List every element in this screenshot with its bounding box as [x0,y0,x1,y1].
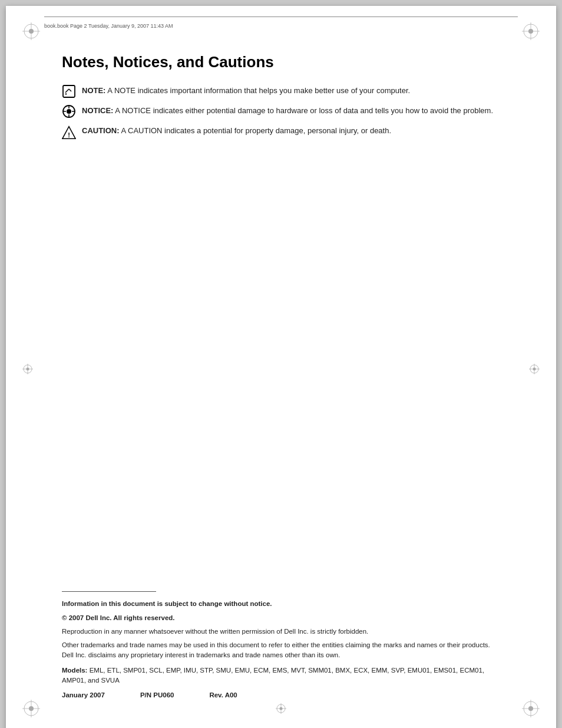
footer-rev: Rev. A00 [209,691,237,699]
note-body: A NOTE indicates important information t… [105,86,410,95]
caution-body: A CAUTION indicates a potential for prop… [120,126,392,135]
page-title: Notes, Notices, and Cautions [62,53,500,71]
footer-line2: © 2007 Dell Inc. All rights reserved. [62,613,500,623]
footer-rule [62,591,156,592]
footer-date: January 2007 [62,691,105,699]
corner-mark-br [522,700,540,717]
caution-text: CAUTION: A CAUTION indicates a potential… [82,124,391,137]
side-mark-right [529,364,540,377]
header-bar: book.book Page 2 Tuesday, January 9, 200… [44,17,518,30]
note-item-notice: NOTICE: A NOTICE indicates either potent… [62,104,500,118]
footer-line1: Information in this document is subject … [62,599,500,609]
corner-mark-tr [522,22,540,40]
bottom-center-mark [276,703,286,716]
document-page: book.book Page 2 Tuesday, January 9, 200… [6,6,556,728]
svg-text:!: ! [68,131,70,139]
notice-text: NOTICE: A NOTICE indicates either potent… [82,104,493,117]
svg-point-29 [67,109,71,114]
header-text: book.book Page 2 Tuesday, January 9, 200… [44,23,173,29]
note-text: NOTE: A NOTE indicates important informa… [82,84,410,97]
notice-label: NOTICE: [82,106,113,115]
note-icon [62,84,76,98]
note-item-note: NOTE: A NOTE indicates important informa… [62,84,500,98]
footer-line2-bold: © 2007 Dell Inc. All rights reserved. [62,614,175,621]
caution-label: CAUTION: [82,126,120,135]
caution-icon: ! [62,126,76,140]
notice-body: A NOTICE indicates either potential dama… [113,106,493,115]
note-item-caution: ! CAUTION: A CAUTION indicates a potenti… [62,124,500,140]
footer-line3: Reproduction in any manner whatsoever wi… [62,627,500,637]
footer-info-row: January 2007 P/N PU060 Rev. A00 [62,691,500,699]
corner-mark-bl [22,700,40,717]
footer-models-label: Models: [62,667,87,674]
notice-icon [62,104,76,118]
main-content: Notes, Notices, and Cautions NOTE: A NOT… [62,53,500,663]
footer-pn: P/N PU060 [140,691,174,699]
note-label: NOTE: [82,86,105,95]
footer-line1-bold: Information in this document is subject … [62,600,272,607]
footer-line4: Other trademarks and trade names may be … [62,640,500,661]
footer-section: Information in this document is subject … [62,591,500,699]
svg-rect-24 [63,85,75,97]
footer-models-text: EML, ETL, SMP01, SCL, EMP, IMU, STP, SMU… [62,667,484,684]
corner-mark-tl [22,22,40,40]
side-mark-left [22,364,33,377]
footer-models: Models: EML, ETL, SMP01, SCL, EMP, IMU, … [62,666,500,686]
